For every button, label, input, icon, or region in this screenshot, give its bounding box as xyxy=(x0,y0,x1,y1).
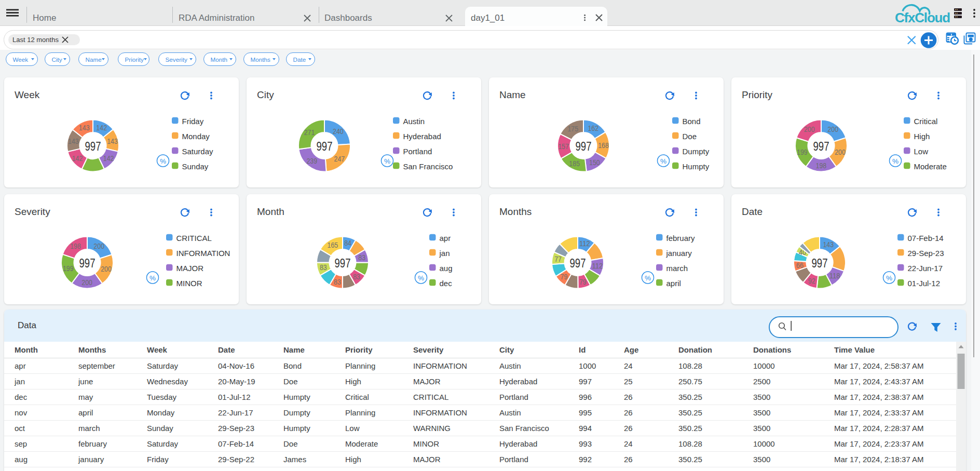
svg-text:165: 165 xyxy=(328,241,338,249)
svg-text:200: 200 xyxy=(101,265,112,273)
svg-text:%: % xyxy=(645,274,651,282)
svg-text:Low: Low xyxy=(914,147,929,156)
svg-text:198: 198 xyxy=(816,162,827,170)
svg-text:77: 77 xyxy=(554,255,562,263)
svg-text:997: 997 xyxy=(317,139,333,153)
svg-text:%: % xyxy=(886,274,892,282)
svg-text:MINOR: MINOR xyxy=(176,279,202,288)
svg-text:%: % xyxy=(384,157,390,165)
svg-text:april: april xyxy=(666,279,681,288)
svg-text:Hyderabad: Hyderabad xyxy=(403,132,441,141)
svg-text:143: 143 xyxy=(79,124,90,132)
svg-text:200: 200 xyxy=(827,125,838,133)
svg-text:997: 997 xyxy=(813,139,829,153)
svg-text:%: % xyxy=(418,274,424,282)
svg-text:Austin: Austin xyxy=(403,117,425,126)
svg-text:143: 143 xyxy=(823,240,834,249)
svg-text:199: 199 xyxy=(63,264,74,273)
svg-text:83: 83 xyxy=(320,263,327,272)
svg-text:22-Jun-17: 22-Jun-17 xyxy=(908,264,943,273)
svg-text:84: 84 xyxy=(344,239,351,247)
svg-text:199: 199 xyxy=(797,148,808,156)
svg-text:168: 168 xyxy=(598,141,609,150)
svg-text:997: 997 xyxy=(335,256,351,270)
svg-text:92: 92 xyxy=(808,277,815,285)
svg-text:997: 997 xyxy=(576,139,592,153)
svg-text:112: 112 xyxy=(592,262,603,270)
svg-text:%: % xyxy=(660,157,666,165)
svg-text:157: 157 xyxy=(558,142,569,151)
svg-text:79: 79 xyxy=(561,273,568,281)
svg-text:997: 997 xyxy=(79,256,96,270)
svg-text:Monday: Monday xyxy=(182,132,210,141)
svg-text:apr: apr xyxy=(440,234,451,243)
svg-text:january: january xyxy=(666,249,692,258)
svg-text:jan: jan xyxy=(439,249,450,258)
svg-text:CRITICAL: CRITICAL xyxy=(176,234,212,243)
svg-text:INFORMATION: INFORMATION xyxy=(176,249,230,258)
svg-text:143: 143 xyxy=(68,137,79,145)
svg-text:%: % xyxy=(160,157,166,165)
svg-text:143: 143 xyxy=(107,137,118,145)
svg-text:150: 150 xyxy=(589,158,600,167)
svg-text:83: 83 xyxy=(353,273,360,281)
svg-text:29-Sep-23: 29-Sep-23 xyxy=(908,249,944,258)
svg-text:dec: dec xyxy=(440,279,453,288)
svg-text:%: % xyxy=(892,157,899,165)
svg-text:142: 142 xyxy=(96,124,107,132)
svg-text:07-Feb-14: 07-Feb-14 xyxy=(908,234,944,243)
svg-text:175: 175 xyxy=(567,125,578,133)
svg-text:997: 997 xyxy=(85,139,101,153)
svg-text:aug: aug xyxy=(440,264,453,273)
svg-text:83: 83 xyxy=(334,278,341,286)
svg-text:MAJOR: MAJOR xyxy=(176,264,204,273)
svg-text:142: 142 xyxy=(72,154,83,163)
svg-text:february: february xyxy=(666,234,696,243)
svg-text:Humpty: Humpty xyxy=(683,162,710,171)
svg-text:997: 997 xyxy=(570,256,586,270)
svg-text:Friday: Friday xyxy=(182,117,204,126)
svg-text:200: 200 xyxy=(835,148,846,156)
svg-text:Moderate: Moderate xyxy=(914,162,947,171)
svg-text:162: 162 xyxy=(588,124,598,132)
svg-text:march: march xyxy=(666,264,688,273)
svg-text:CfxCloud: CfxCloud xyxy=(895,10,950,25)
svg-text:Saturday: Saturday xyxy=(182,147,214,156)
svg-text:247: 247 xyxy=(334,155,345,163)
svg-text:198: 198 xyxy=(70,242,81,250)
svg-text:79: 79 xyxy=(579,278,587,286)
svg-text:239: 239 xyxy=(306,157,317,165)
svg-text:Critical: Critical xyxy=(914,117,938,126)
svg-text:66: 66 xyxy=(796,261,804,270)
svg-text:185: 185 xyxy=(569,159,580,168)
svg-text:200: 200 xyxy=(93,242,104,250)
svg-text:Portland: Portland xyxy=(403,147,432,156)
svg-text:%: % xyxy=(149,274,156,282)
svg-text:142: 142 xyxy=(103,154,114,163)
svg-text:83: 83 xyxy=(358,253,365,262)
svg-text:112: 112 xyxy=(579,239,590,248)
svg-text:118: 118 xyxy=(829,272,840,280)
svg-text:271: 271 xyxy=(304,128,315,137)
svg-text:200: 200 xyxy=(804,125,815,133)
svg-text:Sunday: Sunday xyxy=(182,162,209,171)
svg-text:240: 240 xyxy=(333,127,344,136)
svg-text:997: 997 xyxy=(812,256,828,270)
svg-text:San Francisco: San Francisco xyxy=(403,162,453,171)
svg-text:01-Jul-12: 01-Jul-12 xyxy=(908,279,941,288)
svg-text:Bond: Bond xyxy=(683,117,701,126)
svg-text:Dumpty: Dumpty xyxy=(683,147,710,156)
svg-text:200: 200 xyxy=(81,278,92,287)
svg-text:Doe: Doe xyxy=(683,132,697,141)
svg-text:High: High xyxy=(914,132,930,141)
